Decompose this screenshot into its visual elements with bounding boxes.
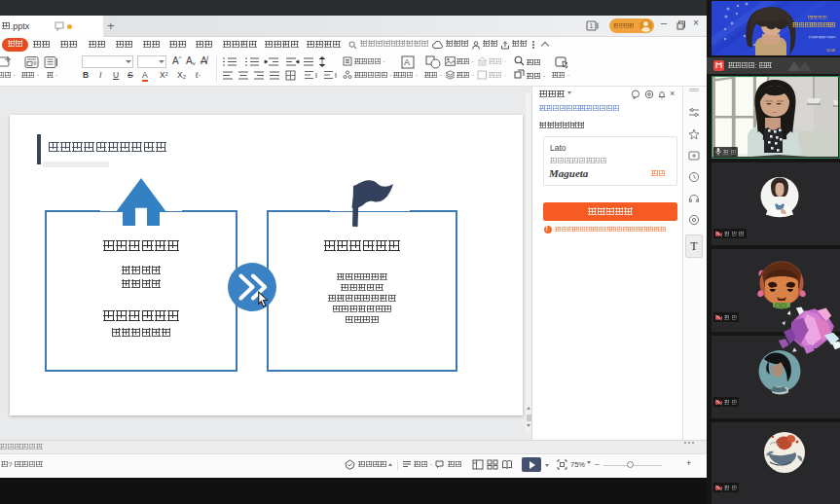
svg-text:1: 1 xyxy=(589,22,593,29)
svg-text:A: A xyxy=(404,57,410,67)
